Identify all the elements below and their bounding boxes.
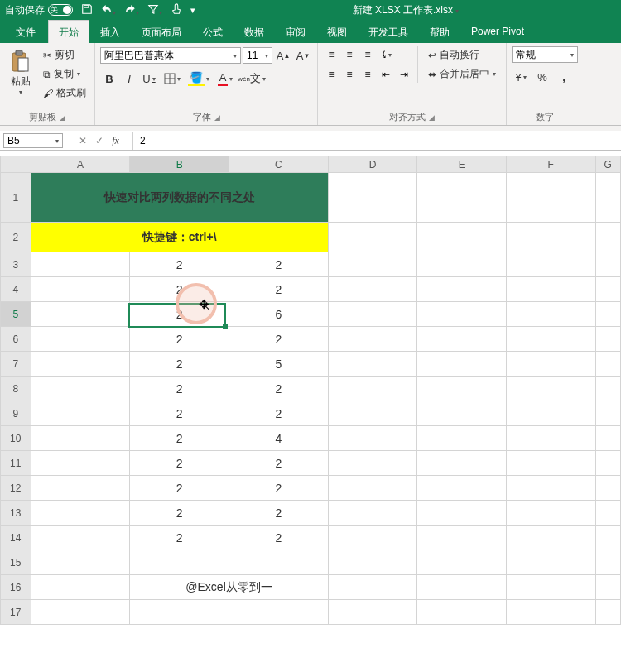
tab-data[interactable]: 数据 [233,20,275,43]
fill-color-button[interactable]: 🪣 [186,70,211,88]
touch-icon[interactable] [171,3,182,17]
col-header-F[interactable]: F [506,156,595,173]
cell[interactable]: 2 [229,252,329,277]
cell[interactable]: 4 [229,426,329,451]
cell[interactable]: 2 [229,526,329,550]
tab-page-layout[interactable]: 页面布局 [131,20,192,43]
undo-icon[interactable]: ▾ [101,3,116,17]
row-header[interactable]: 10 [1,426,31,451]
name-box[interactable]: B5▾ [3,133,63,148]
cancel-icon[interactable]: ✕ [79,135,87,146]
cell[interactable]: 2 [229,327,329,352]
cell[interactable]: 2 [130,426,229,451]
row-header[interactable]: 9 [1,401,31,426]
row-header[interactable]: 6 [1,327,31,352]
col-header-C[interactable]: C [229,156,329,173]
row-header[interactable]: 16 [1,575,31,600]
col-header-E[interactable]: E [417,156,507,173]
border-button[interactable] [160,70,185,88]
worksheet-grid[interactable]: A B C D E F G 1 快速对比两列数据的不同之处 2 快捷键：ctrl… [0,156,621,625]
tab-review[interactable]: 审阅 [275,20,316,43]
tab-developer[interactable]: 开发工具 [358,20,419,43]
number-format-select[interactable]: 常规▾ [512,46,578,63]
font-name-select[interactable]: 阿里巴巴普惠体▾ [100,47,241,64]
indent-decrease-icon[interactable]: ⇤ [378,66,394,83]
col-header-A[interactable]: A [31,156,130,173]
align-top-icon[interactable]: ≡ [323,46,339,63]
bold-button[interactable]: B [100,70,118,88]
row-header[interactable]: 11 [1,451,31,476]
row-header[interactable]: 1 [1,173,31,223]
underline-button[interactable]: U [140,70,158,88]
cell[interactable]: 2 [130,476,229,501]
tab-formulas[interactable]: 公式 [192,20,233,43]
tab-home[interactable]: 开始 [48,20,89,43]
align-bottom-icon[interactable]: ≡ [359,46,376,63]
col-header-G[interactable]: G [595,156,620,173]
cell[interactable]: 2 [229,451,329,476]
col-header-D[interactable]: D [328,156,417,173]
cell[interactable]: 2 [130,401,229,426]
filter-icon[interactable]: ▾ [147,3,162,17]
cell[interactable]: 5 [229,352,329,377]
paste-button[interactable]: 粘贴▾ [5,46,36,102]
grid-table[interactable]: A B C D E F G 1 快速对比两列数据的不同之处 2 快捷键：ctrl… [0,156,621,625]
clipboard-launcher-icon[interactable]: ◢ [60,113,65,122]
currency-icon[interactable]: ¥ [512,68,530,86]
row-header[interactable]: 12 [1,476,31,501]
save-icon[interactable] [81,3,93,17]
cell[interactable]: 2 [130,451,229,476]
cell[interactable]: 2 [130,327,229,352]
format-painter-button[interactable]: 🖌格式刷 [40,84,89,102]
cut-button[interactable]: ✂剪切 [40,46,89,64]
row-header[interactable]: 7 [1,352,31,377]
cell[interactable]: 2 [130,377,229,401]
merge-center-button[interactable]: ⬌合并后居中 ▾ [423,65,501,83]
row-header[interactable]: 3 [1,252,31,277]
cell[interactable]: 2 [130,501,229,526]
cell[interactable]: 6 [229,302,329,327]
cell-selected[interactable]: 2 [130,302,229,327]
cell[interactable]: 2 [130,252,229,277]
row-header[interactable]: 15 [1,550,31,575]
autosave-toggle[interactable]: 自动保存 关 [5,3,73,17]
align-middle-icon[interactable]: ≡ [341,46,358,63]
tab-insert[interactable]: 插入 [89,20,131,43]
copy-button[interactable]: ⧉复制 ▾ [40,65,89,83]
cell[interactable]: 2 [130,277,229,302]
alignment-launcher-icon[interactable]: ◢ [429,113,435,122]
cell[interactable]: 2 [130,352,229,377]
tab-view[interactable]: 视图 [316,20,358,43]
row-header[interactable]: 2 [1,223,31,252]
row-header[interactable]: 17 [1,600,31,625]
tab-file[interactable]: 文件 [3,20,48,43]
title-cell[interactable]: 快速对比两列数据的不同之处 [31,173,328,223]
italic-button[interactable]: I [120,70,138,88]
enter-icon[interactable]: ✓ [95,135,104,146]
align-left-icon[interactable]: ≡ [323,66,339,83]
font-launcher-icon[interactable]: ◢ [214,113,220,122]
align-center-icon[interactable]: ≡ [341,66,358,83]
tab-help[interactable]: 帮助 [419,20,460,43]
cell[interactable]: 2 [229,501,329,526]
indent-increase-icon[interactable]: ⇥ [396,66,412,83]
cell[interactable]: 2 [229,401,329,426]
cell[interactable]: 2 [229,476,329,501]
decrease-font-icon[interactable]: A▼ [294,46,312,65]
cell[interactable]: 2 [229,277,329,302]
percent-icon[interactable]: % [533,68,551,86]
increase-font-icon[interactable]: A▲ [274,46,292,65]
row-header[interactable]: 13 [1,501,31,526]
comma-icon[interactable]: , [555,68,573,86]
orientation-icon[interactable]: ⤹▾ [378,46,394,63]
autosave-switch[interactable]: 关 [48,4,73,16]
cell[interactable]: 2 [130,526,229,550]
col-header-B[interactable]: B [130,156,229,173]
row-header[interactable]: 8 [1,377,31,401]
font-size-select[interactable]: 11▾ [243,47,272,64]
row-header[interactable]: 4 [1,277,31,302]
align-right-icon[interactable]: ≡ [359,66,376,83]
phonetic-button[interactable]: wén文 [239,70,264,88]
cell[interactable]: 2 [229,377,329,401]
row-header[interactable]: 5 [1,302,31,327]
